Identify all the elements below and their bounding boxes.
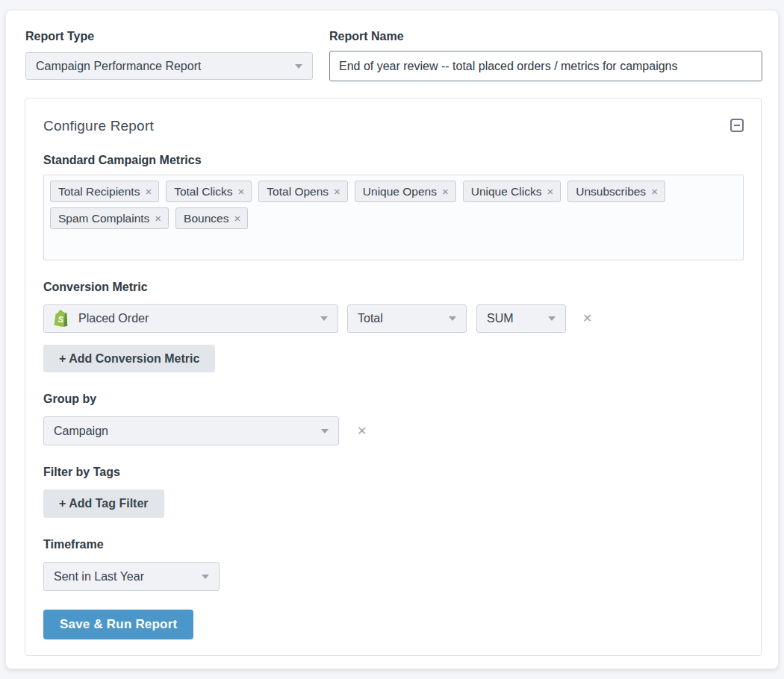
conversion-metric-selected: S Placed Order <box>54 309 149 328</box>
metric-chip: Total Clicks × <box>166 181 252 202</box>
report-name-input[interactable] <box>329 51 762 81</box>
timeframe-value: Sent in Last Year <box>54 570 144 583</box>
report-type-value: Campaign Performance Report <box>36 60 201 73</box>
chip-remove-icon[interactable]: × <box>442 186 449 197</box>
report-builder-card: Report Type Campaign Performance Report … <box>5 10 779 669</box>
report-name-label: Report Name <box>329 29 762 43</box>
metric-chip: Unsubscribes × <box>567 181 665 202</box>
chip-remove-icon[interactable]: × <box>334 186 340 197</box>
report-type-select[interactable]: Campaign Performance Report <box>25 52 313 80</box>
conversion-metric-label: Conversion Metric <box>43 280 744 294</box>
aggregate-select[interactable]: SUM <box>476 304 566 333</box>
chip-remove-icon[interactable]: × <box>155 213 161 224</box>
group-by-label: Group by <box>43 392 744 406</box>
report-header-row: Report Type Campaign Performance Report … <box>25 29 762 81</box>
remove-group-by-icon[interactable]: ✕ <box>357 425 367 437</box>
minus-icon <box>734 125 740 126</box>
metric-chip: Unique Clicks × <box>463 181 561 202</box>
filter-by-tags-label: Filter by Tags <box>43 465 744 479</box>
remove-conversion-metric-icon[interactable]: ✕ <box>582 313 592 325</box>
timeframe-label: Timeframe <box>43 537 744 551</box>
report-type-field: Report Type Campaign Performance Report <box>25 29 313 81</box>
chip-remove-icon[interactable]: × <box>651 186 658 197</box>
group-by-row: Campaign ✕ <box>43 416 744 445</box>
timeframe-select[interactable]: Sent in Last Year <box>43 562 220 591</box>
selected-metrics-box[interactable]: Total Recipients × Total Clicks × Total … <box>43 175 744 260</box>
chevron-down-icon <box>295 64 302 69</box>
metric-chip-label: Total Opens <box>267 185 329 198</box>
add-tag-filter-button[interactable]: + Add Tag Filter <box>43 489 164 518</box>
metric-chip-label: Total Recipients <box>58 185 140 198</box>
chevron-down-icon <box>548 316 556 321</box>
report-name-field: Report Name <box>329 29 762 81</box>
chevron-down-icon <box>321 429 329 434</box>
configure-report-panel: Configure Report Standard Campaign Metri… <box>25 98 762 656</box>
metric-chip-label: Spam Complaints <box>58 212 149 225</box>
shopify-icon: S <box>54 309 70 328</box>
collapse-panel-button[interactable] <box>730 119 744 132</box>
chip-remove-icon[interactable]: × <box>145 186 152 197</box>
chip-remove-icon[interactable]: × <box>234 213 240 224</box>
group-by-value: Campaign <box>54 425 108 438</box>
conversion-metric-row: S Placed Order Total SUM ✕ <box>43 304 744 333</box>
metric-chip-label: Total Clicks <box>174 185 232 198</box>
metric-chip-label: Unique Opens <box>363 185 437 198</box>
chevron-down-icon <box>202 575 209 579</box>
measure-value: Total <box>358 312 383 325</box>
metric-chip: Total Opens × <box>258 181 347 202</box>
metric-chip: Bounces × <box>175 207 248 229</box>
metric-chip-label: Bounces <box>184 212 228 225</box>
chip-remove-icon[interactable]: × <box>547 186 553 197</box>
metric-chip-label: Unique Clicks <box>471 185 542 198</box>
save-run-report-button[interactable]: Save & Run Report <box>43 610 193 639</box>
aggregate-value: SUM <box>487 312 514 325</box>
metric-chip: Unique Opens × <box>355 181 456 202</box>
metric-chip: Spam Complaints × <box>50 207 169 229</box>
chevron-down-icon <box>449 316 456 321</box>
configure-report-title: Configure Report <box>43 117 154 134</box>
chevron-down-icon <box>320 316 328 321</box>
report-type-label: Report Type <box>25 29 313 43</box>
group-by-select[interactable]: Campaign <box>43 416 339 445</box>
svg-text:S: S <box>58 315 64 324</box>
standard-metrics-label: Standard Campaign Metrics <box>43 153 744 167</box>
chip-remove-icon[interactable]: × <box>238 186 245 197</box>
conversion-metric-select[interactable]: S Placed Order <box>43 304 338 333</box>
measure-select[interactable]: Total <box>347 304 467 333</box>
configure-report-header: Configure Report <box>43 117 744 134</box>
metric-chip-label: Unsubscribes <box>576 185 646 198</box>
add-conversion-metric-button[interactable]: + Add Conversion Metric <box>43 345 215 372</box>
metric-chip: Total Recipients × <box>50 181 159 202</box>
conversion-metric-value: Placed Order <box>78 312 149 325</box>
